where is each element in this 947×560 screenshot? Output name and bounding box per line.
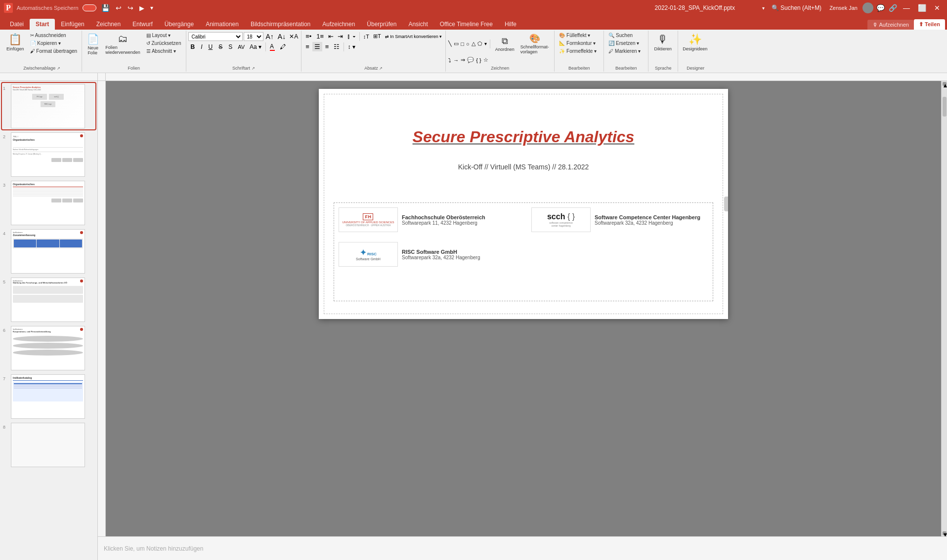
oval-icon[interactable]: ○ bbox=[466, 40, 470, 47]
notes-area[interactable]: Klicken Sie, um Notizen hinzuzufügen bbox=[98, 536, 947, 560]
scroll-track[interactable] bbox=[942, 87, 947, 530]
font-size-decrease[interactable]: A↓ bbox=[276, 32, 287, 41]
einfuegen-button[interactable]: 📋 Einfügen bbox=[4, 32, 27, 53]
indent-increase[interactable]: ⇥ bbox=[336, 32, 344, 40]
ribbon-teilen-btn[interactable]: ⬆ Teilen bbox=[914, 19, 945, 30]
share-icon[interactable]: 🔗 bbox=[888, 3, 898, 13]
tab-start[interactable]: Start bbox=[30, 19, 55, 30]
tab-ansicht[interactable]: Ansicht bbox=[402, 19, 433, 30]
customize-icon[interactable]: ▾ bbox=[149, 3, 154, 12]
strikethrough-button[interactable]: S bbox=[216, 42, 225, 51]
tab-uebergaenge[interactable]: Übergänge bbox=[159, 19, 200, 30]
arrow2-icon[interactable]: ⇒ bbox=[460, 56, 466, 64]
restore-button[interactable]: ⬜ bbox=[915, 3, 929, 13]
user-avatar[interactable] bbox=[862, 2, 873, 13]
format-uebertragen-button[interactable]: 🖌 Format übertragen bbox=[28, 47, 80, 55]
callout-icon[interactable]: 💬 bbox=[467, 56, 474, 64]
highlight-button[interactable]: 🖍 bbox=[278, 43, 288, 51]
font-size-increase[interactable]: A↑ bbox=[264, 32, 275, 41]
indent-decrease[interactable]: ⇤ bbox=[327, 32, 335, 40]
smartart-convert[interactable]: ⇄ In SmartArt konvertieren ▾ bbox=[384, 34, 444, 40]
tab-office-timeline[interactable]: Office Timeline Free bbox=[434, 19, 499, 30]
slide-title-area[interactable]: Secure Prescriptive Analytics bbox=[334, 128, 713, 146]
textdir-button[interactable]: ↕T bbox=[362, 33, 371, 40]
slide-thumb-6[interactable]: 6 Indikatoren Kooperations- und Personal… bbox=[2, 325, 95, 371]
minimize-button[interactable]: — bbox=[900, 3, 913, 13]
tab-ueberprufen[interactable]: Überprüfen bbox=[361, 19, 402, 30]
slide-thumb-1[interactable]: 1 Secure Prescriptive Analytics Kick-Off… bbox=[2, 83, 95, 129]
font-size-select[interactable]: 18 bbox=[244, 32, 263, 41]
present-icon[interactable]: ▶ bbox=[138, 3, 145, 13]
filename-input[interactable] bbox=[631, 4, 759, 11]
italic-button[interactable]: I bbox=[198, 42, 205, 51]
more-shapes[interactable]: ▾ bbox=[484, 40, 487, 47]
font-name-select[interactable]: Calibri bbox=[188, 32, 243, 41]
slide-thumb-2[interactable]: 2 TEIL I Organisatorisches Nächste Schri… bbox=[2, 131, 95, 178]
redo-icon[interactable]: ↪ bbox=[127, 3, 134, 13]
slide-viewport[interactable]: Secure Prescriptive Analytics Kick-Off /… bbox=[106, 81, 941, 536]
shape2-icon[interactable]: △ bbox=[471, 40, 476, 47]
formeffekte-button[interactable]: ✨ Formeffekte ▾ bbox=[557, 47, 599, 55]
slide-thumb-3[interactable]: 3 Organisatorisches bbox=[2, 180, 95, 226]
scroll-thumb[interactable] bbox=[943, 97, 947, 117]
slide-thumb-7[interactable]: 7 Indikatorkatalog bbox=[2, 373, 95, 420]
search-icon[interactable]: 🔍 Suchen (Alt+M) bbox=[769, 3, 824, 12]
arrow-icon[interactable]: → bbox=[453, 57, 459, 64]
equation-icon[interactable]: { } bbox=[475, 57, 481, 64]
columns-button[interactable]: ⫿ ▾ bbox=[345, 32, 357, 40]
zuruecksetzen-button[interactable]: ↺ Zurücksetzen bbox=[144, 40, 184, 47]
close-button[interactable]: ✕ bbox=[931, 3, 943, 13]
kopieren-button[interactable]: 📄 Kopieren ▾ bbox=[28, 40, 80, 47]
numbered-button[interactable]: 1≡ bbox=[314, 32, 326, 41]
shadow-button[interactable]: S bbox=[226, 42, 235, 51]
tab-entwurf[interactable]: Entwurf bbox=[127, 19, 159, 30]
undo-icon[interactable]: ↩ bbox=[115, 3, 123, 13]
schnellformat-button[interactable]: 🎨 Schnellformat-vorlagen bbox=[518, 32, 552, 56]
tab-datei[interactable]: Datei bbox=[4, 19, 30, 30]
tab-aufzeichnen[interactable]: Aufzeichnen bbox=[316, 19, 361, 30]
abschnitt-button[interactable]: ☰ Abschnitt ▾ bbox=[144, 47, 184, 55]
align-center[interactable]: ☰ bbox=[312, 42, 322, 51]
ausschneiden-button[interactable]: ✂ Ausschneiden bbox=[28, 32, 80, 39]
ersetzen-button[interactable]: 🔄 Ersetzen ▾ bbox=[606, 40, 642, 47]
anordnen-button[interactable]: ⧉ Anordnen bbox=[493, 35, 517, 53]
save-icon[interactable]: 💾 bbox=[100, 3, 111, 13]
align-left[interactable]: ≡ bbox=[303, 42, 311, 51]
suchen-button[interactable]: 🔍 Suchen bbox=[606, 32, 635, 39]
comment-icon[interactable]: 💬 bbox=[875, 3, 886, 13]
markieren-button[interactable]: 🖊 Markieren ▾ bbox=[606, 47, 643, 55]
folien-wiederverwenden-button[interactable]: 🗂 Folienwiederverwenden bbox=[103, 32, 143, 56]
tab-animationen[interactable]: Animationen bbox=[200, 19, 245, 30]
bullets-button[interactable]: ≡• bbox=[303, 32, 313, 41]
fuelleffekt-button[interactable]: 🎨 Fülleffekt ▾ bbox=[557, 32, 593, 39]
tab-hilfe[interactable]: Hilfe bbox=[499, 19, 522, 30]
tab-bildschirmpraesentiation[interactable]: Bildschirmpräsentation bbox=[245, 19, 316, 30]
scroll-up-btn[interactable]: ▲ bbox=[943, 82, 947, 86]
neue-folie-button[interactable]: 📄 NeueFolie bbox=[84, 32, 102, 57]
textalign-button[interactable]: ⊞T bbox=[372, 33, 383, 40]
tab-zeichnen[interactable]: Zeichnen bbox=[90, 19, 127, 30]
underline-button[interactable]: U bbox=[206, 42, 215, 51]
star-icon[interactable]: ☆ bbox=[483, 56, 489, 64]
bold-button[interactable]: B bbox=[188, 42, 198, 51]
line-icon[interactable]: ╲ bbox=[448, 40, 452, 47]
justify[interactable]: ☷ bbox=[332, 42, 342, 51]
slide-subtitle-area[interactable]: Kick-Off // Virtuell (MS Teams) // 28.1.… bbox=[334, 163, 713, 171]
autosave-toggle[interactable] bbox=[83, 4, 96, 11]
scroll-down-btn[interactable]: ▼ bbox=[943, 531, 947, 535]
rect2-icon[interactable]: □ bbox=[460, 40, 465, 47]
line-spacing[interactable]: ↕ ▾ bbox=[346, 43, 356, 51]
tab-einfuegen[interactable]: Einfügen bbox=[55, 19, 90, 30]
shape3-icon[interactable]: ⬠ bbox=[477, 40, 483, 47]
layout-button[interactable]: ▤ Layout ▾ bbox=[144, 32, 184, 39]
slide-thumb-4[interactable]: 4 Indikatoren Zusammenfassung bbox=[2, 228, 95, 275]
align-right[interactable]: ≡ bbox=[323, 42, 331, 51]
space-button[interactable]: AV bbox=[236, 43, 247, 50]
designideen-button[interactable]: ✨ Designideen bbox=[680, 32, 710, 53]
formkontur-button[interactable]: 📐 Formkontur ▾ bbox=[557, 40, 598, 47]
connector-icon[interactable]: ⤵ bbox=[448, 57, 452, 64]
font-color-button[interactable]: A bbox=[268, 42, 277, 51]
slide-thumb-8[interactable]: 8 bbox=[2, 422, 95, 468]
case-button[interactable]: Aa ▾ bbox=[248, 43, 263, 51]
ribbon-aufzeichnen-btn[interactable]: 🎙 Aufzeichnen bbox=[867, 20, 914, 30]
